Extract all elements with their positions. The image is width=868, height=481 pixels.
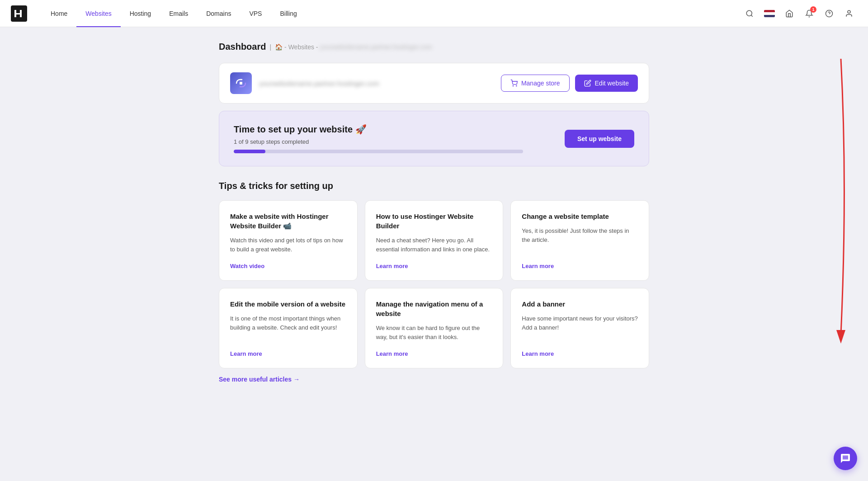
edit-website-label: Edit website bbox=[595, 80, 629, 87]
svg-point-8 bbox=[516, 85, 517, 86]
tip-card-1-link[interactable]: Watch video bbox=[230, 263, 346, 269]
manage-store-label: Manage store bbox=[521, 80, 560, 87]
flag-icon bbox=[764, 10, 775, 17]
website-name: yourwebsitename.partner.hostinger.com bbox=[259, 80, 494, 87]
svg-point-7 bbox=[513, 85, 513, 86]
svg-marker-9 bbox=[836, 330, 845, 344]
main-content: Dashboard | 🏠 - Websites - yourwebsitena… bbox=[208, 27, 660, 397]
tips-grid-row1: Make a website with Hostinger Website Bu… bbox=[219, 200, 649, 281]
store-button[interactable] bbox=[781, 5, 797, 22]
tip-card-3-link[interactable]: Learn more bbox=[522, 263, 638, 269]
tip-card-1-title: Make a website with Hostinger Website Bu… bbox=[230, 212, 346, 231]
page-title: Dashboard bbox=[219, 42, 266, 52]
navbar: Home Websites Hosting Emails Domains VPS… bbox=[0, 0, 868, 27]
website-logo bbox=[230, 72, 252, 94]
see-more-articles-link[interactable]: See more useful articles → bbox=[219, 376, 649, 383]
notifications-button[interactable]: 1 bbox=[801, 5, 817, 22]
setup-title: Time to set up your website 🚀 bbox=[234, 124, 550, 135]
nav-websites[interactable]: Websites bbox=[76, 0, 120, 27]
tip-card-5-link[interactable]: Learn more bbox=[376, 350, 492, 357]
tip-card-6-link[interactable]: Learn more bbox=[522, 350, 638, 357]
account-button[interactable] bbox=[841, 5, 857, 22]
search-button[interactable] bbox=[741, 5, 758, 22]
home-icon: 🏠 bbox=[275, 43, 283, 51]
nav-hosting[interactable]: Hosting bbox=[121, 0, 160, 27]
manage-store-button[interactable]: Manage store bbox=[501, 75, 570, 92]
tip-card-3[interactable]: Change a website template Yes, it is pos… bbox=[510, 200, 649, 281]
edit-website-button[interactable]: Edit website bbox=[575, 75, 638, 92]
setup-progress-text: 1 of 9 setup steps completed bbox=[234, 138, 550, 145]
arrow-annotation bbox=[796, 54, 850, 350]
progress-bar-track bbox=[234, 150, 523, 153]
nav-links: Home Websites Hosting Emails Domains VPS… bbox=[42, 0, 741, 27]
logo[interactable] bbox=[11, 5, 27, 22]
tip-card-6[interactable]: Add a banner Have some important news fo… bbox=[510, 288, 649, 368]
tip-card-2-desc: Need a cheat sheet? Here you go. All ess… bbox=[376, 236, 492, 254]
chat-button[interactable] bbox=[834, 447, 857, 470]
breadcrumb-text: - Websites - yourwebsitename.partner.hos… bbox=[284, 43, 432, 51]
website-card: yourwebsitename.partner.hostinger.com Ma… bbox=[219, 63, 649, 104]
tip-card-6-title: Add a banner bbox=[522, 299, 638, 309]
breadcrumb-path: 🏠 - Websites - yourwebsitename.partner.h… bbox=[275, 43, 432, 51]
nav-domains[interactable]: Domains bbox=[197, 0, 240, 27]
nav-emails[interactable]: Emails bbox=[160, 0, 197, 27]
tip-card-4-title: Edit the mobile version of a website bbox=[230, 299, 346, 309]
tip-card-4-link[interactable]: Learn more bbox=[230, 350, 346, 357]
nav-actions: 1 bbox=[741, 5, 857, 22]
tip-card-4[interactable]: Edit the mobile version of a website It … bbox=[219, 288, 358, 368]
tip-card-2[interactable]: How to use Hostinger Website Builder Nee… bbox=[365, 200, 504, 281]
tip-card-4-desc: It is one of the most important things w… bbox=[230, 314, 346, 341]
svg-point-5 bbox=[848, 10, 850, 13]
setup-website-button[interactable]: Set up website bbox=[565, 130, 634, 148]
setup-banner: Time to set up your website 🚀 1 of 9 set… bbox=[219, 111, 649, 166]
language-button[interactable] bbox=[761, 5, 778, 22]
tip-card-5[interactable]: Manage the navigation menu of a website … bbox=[365, 288, 504, 368]
tip-card-1-desc: Watch this video and get lots of tips on… bbox=[230, 236, 346, 254]
tips-grid-row2: Edit the mobile version of a website It … bbox=[219, 288, 649, 368]
nav-billing[interactable]: Billing bbox=[271, 0, 306, 27]
tip-card-5-desc: We know it can be hard to figure out the… bbox=[376, 324, 492, 341]
tip-card-3-desc: Yes, it is possible! Just follow the ste… bbox=[522, 226, 638, 254]
tips-section-title: Tips & tricks for setting up bbox=[219, 181, 649, 191]
breadcrumb-separator: | bbox=[269, 43, 271, 51]
svg-point-1 bbox=[746, 10, 752, 16]
tip-card-6-desc: Have some important news for your visito… bbox=[522, 314, 638, 341]
tip-card-2-link[interactable]: Learn more bbox=[376, 263, 492, 269]
progress-bar-fill bbox=[234, 150, 265, 153]
svg-rect-6 bbox=[240, 82, 242, 85]
tip-card-5-title: Manage the navigation menu of a website bbox=[376, 299, 492, 318]
notification-badge: 1 bbox=[810, 6, 816, 13]
tip-card-2-title: How to use Hostinger Website Builder bbox=[376, 212, 492, 231]
breadcrumb: Dashboard | 🏠 - Websites - yourwebsitena… bbox=[219, 42, 649, 52]
nav-vps[interactable]: VPS bbox=[240, 0, 271, 27]
help-button[interactable] bbox=[821, 5, 837, 22]
website-actions: Manage store Edit website bbox=[501, 75, 638, 92]
setup-banner-left: Time to set up your website 🚀 1 of 9 set… bbox=[234, 124, 550, 153]
tip-card-3-title: Change a website template bbox=[522, 212, 638, 221]
nav-home[interactable]: Home bbox=[42, 0, 76, 27]
tip-card-1[interactable]: Make a website with Hostinger Website Bu… bbox=[219, 200, 358, 281]
svg-line-2 bbox=[751, 15, 752, 16]
